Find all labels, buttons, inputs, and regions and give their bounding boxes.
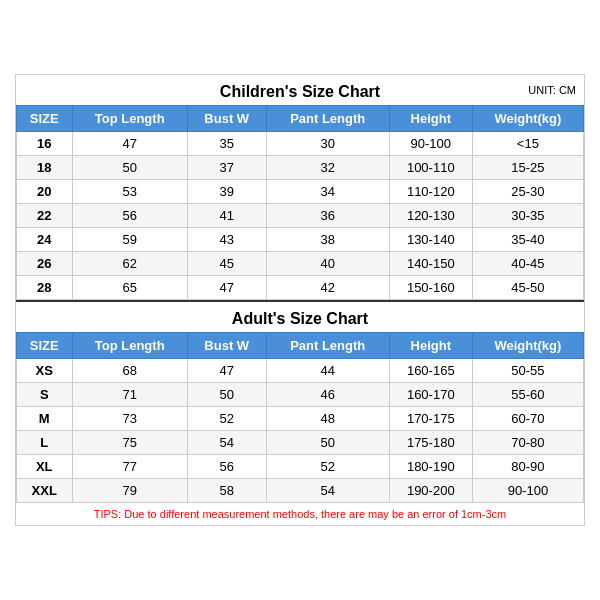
table-cell: XS [17, 359, 73, 383]
table-cell: 58 [187, 479, 266, 503]
table-cell: 18 [17, 156, 73, 180]
table-cell: 16 [17, 132, 73, 156]
table-cell: 43 [187, 228, 266, 252]
table-cell: 68 [72, 359, 187, 383]
table-row: 1647353090-100<15 [17, 132, 584, 156]
table-cell: 62 [72, 252, 187, 276]
table-cell: 34 [266, 180, 389, 204]
children-col-bust-w: Bust W [187, 106, 266, 132]
table-row: 24594338130-14035-40 [17, 228, 584, 252]
tips-text: TIPS: Due to different measurement metho… [16, 503, 584, 525]
table-cell: 39 [187, 180, 266, 204]
table-row: S715046160-17055-60 [17, 383, 584, 407]
table-row: XL775652180-19080-90 [17, 455, 584, 479]
table-cell: M [17, 407, 73, 431]
table-cell: 50 [187, 383, 266, 407]
table-cell: 90-100 [389, 132, 472, 156]
table-cell: 140-150 [389, 252, 472, 276]
table-cell: 35-40 [472, 228, 583, 252]
table-cell: <15 [472, 132, 583, 156]
table-cell: 44 [266, 359, 389, 383]
table-cell: 15-25 [472, 156, 583, 180]
table-cell: 48 [266, 407, 389, 431]
table-cell: 56 [187, 455, 266, 479]
table-row: 18503732100-11015-25 [17, 156, 584, 180]
table-cell: 190-200 [389, 479, 472, 503]
table-cell: 160-165 [389, 359, 472, 383]
table-cell: 26 [17, 252, 73, 276]
table-cell: 77 [72, 455, 187, 479]
table-cell: 40-45 [472, 252, 583, 276]
table-cell: 41 [187, 204, 266, 228]
table-cell: 54 [266, 479, 389, 503]
table-cell: 47 [187, 276, 266, 300]
table-cell: 90-100 [472, 479, 583, 503]
table-cell: 30 [266, 132, 389, 156]
table-cell: 55-60 [472, 383, 583, 407]
children-col-weight: Weight(kg) [472, 106, 583, 132]
table-cell: 160-170 [389, 383, 472, 407]
children-col-top-length: Top Length [72, 106, 187, 132]
adults-col-bust-w: Bust W [187, 333, 266, 359]
table-cell: 150-160 [389, 276, 472, 300]
adults-col-weight: Weight(kg) [472, 333, 583, 359]
table-cell: 170-175 [389, 407, 472, 431]
children-section-title: Children's Size Chart UNIT: CM [16, 75, 584, 105]
adults-title-text: Adult's Size Chart [232, 310, 368, 327]
table-cell: 37 [187, 156, 266, 180]
table-cell: 65 [72, 276, 187, 300]
children-size-table: SIZE Top Length Bust W Pant Length Heigh… [16, 105, 584, 300]
table-cell: 35 [187, 132, 266, 156]
table-cell: 28 [17, 276, 73, 300]
table-cell: 53 [72, 180, 187, 204]
table-cell: 42 [266, 276, 389, 300]
table-cell: 25-30 [472, 180, 583, 204]
table-cell: 52 [266, 455, 389, 479]
table-cell: 120-130 [389, 204, 472, 228]
table-cell: 73 [72, 407, 187, 431]
size-chart-container: Children's Size Chart UNIT: CM SIZE Top … [15, 74, 585, 526]
table-cell: 54 [187, 431, 266, 455]
table-cell: 71 [72, 383, 187, 407]
table-cell: 75 [72, 431, 187, 455]
table-row: XS684744160-16550-55 [17, 359, 584, 383]
table-cell: 30-35 [472, 204, 583, 228]
table-cell: 36 [266, 204, 389, 228]
children-title-text: Children's Size Chart [220, 83, 380, 100]
adults-col-size: SIZE [17, 333, 73, 359]
table-cell: 175-180 [389, 431, 472, 455]
table-row: 22564136120-13030-35 [17, 204, 584, 228]
table-row: 20533934110-12025-30 [17, 180, 584, 204]
table-cell: 79 [72, 479, 187, 503]
table-cell: L [17, 431, 73, 455]
table-cell: 45 [187, 252, 266, 276]
table-cell: 32 [266, 156, 389, 180]
table-cell: 50 [266, 431, 389, 455]
children-col-size: SIZE [17, 106, 73, 132]
table-cell: 110-120 [389, 180, 472, 204]
table-cell: 56 [72, 204, 187, 228]
children-col-height: Height [389, 106, 472, 132]
adults-header-row: SIZE Top Length Bust W Pant Length Heigh… [17, 333, 584, 359]
table-cell: 59 [72, 228, 187, 252]
table-cell: XL [17, 455, 73, 479]
adults-col-height: Height [389, 333, 472, 359]
table-cell: 47 [187, 359, 266, 383]
adults-col-pant-length: Pant Length [266, 333, 389, 359]
table-row: M735248170-17560-70 [17, 407, 584, 431]
table-cell: 52 [187, 407, 266, 431]
table-cell: 180-190 [389, 455, 472, 479]
table-cell: 38 [266, 228, 389, 252]
adults-section-title: Adult's Size Chart [16, 300, 584, 332]
table-cell: 100-110 [389, 156, 472, 180]
table-cell: 60-70 [472, 407, 583, 431]
table-cell: 22 [17, 204, 73, 228]
table-cell: 80-90 [472, 455, 583, 479]
children-unit-label: UNIT: CM [528, 84, 576, 96]
table-cell: 70-80 [472, 431, 583, 455]
adults-size-table: SIZE Top Length Bust W Pant Length Heigh… [16, 332, 584, 503]
table-cell: 50-55 [472, 359, 583, 383]
table-row: 26624540140-15040-45 [17, 252, 584, 276]
table-cell: 20 [17, 180, 73, 204]
table-row: 28654742150-16045-50 [17, 276, 584, 300]
